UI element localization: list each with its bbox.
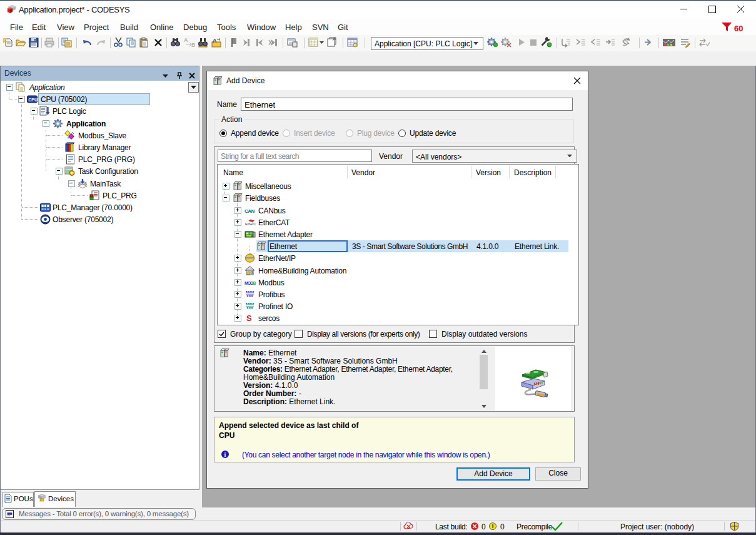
svg-text:A: A <box>184 37 188 43</box>
svg-text:EtherCAT: EtherCAT <box>245 222 256 226</box>
svg-text:B: B <box>191 42 195 48</box>
svg-text:CAN: CAN <box>244 208 255 214</box>
svg-text:S: S <box>246 313 252 323</box>
svg-text:MODBUS: MODBUS <box>244 281 256 285</box>
svg-text:CPU: CPU <box>28 98 38 102</box>
svg-text:A: A <box>213 38 217 44</box>
